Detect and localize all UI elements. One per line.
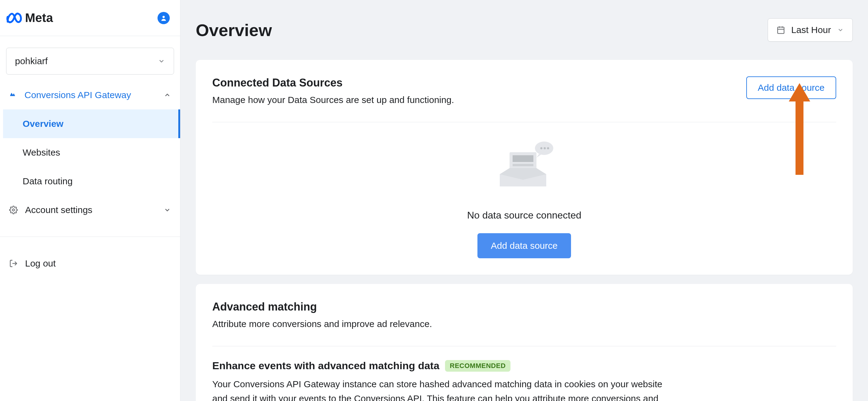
- account-selected: pohkiarf: [15, 56, 48, 66]
- nav-group-label: Conversions API Gateway: [25, 90, 131, 100]
- chevron-up-icon: [164, 91, 171, 99]
- sidebar-item-data-routing[interactable]: Data routing: [3, 167, 177, 196]
- sidebar-item-websites[interactable]: Websites: [3, 138, 177, 167]
- sidebar-item-label: Websites: [23, 147, 60, 158]
- sidebar-item-overview[interactable]: Overview: [3, 109, 180, 138]
- nav-group-settings: Account settings: [0, 196, 180, 224]
- avatar[interactable]: [157, 12, 170, 24]
- svg-rect-3: [777, 27, 784, 34]
- card-advanced-matching: Advanced matching Attribute more convers…: [196, 284, 853, 401]
- meta-logo-icon: [6, 12, 23, 24]
- svg-point-1: [12, 209, 15, 211]
- enhance-section-title: Enhance events with advanced matching da…: [212, 360, 836, 372]
- chevron-down-icon: [158, 58, 165, 65]
- body-text: Your Conversions API Gateway instance ca…: [212, 379, 662, 401]
- account-selector[interactable]: pohkiarf: [6, 48, 174, 74]
- calendar-icon: [777, 26, 785, 34]
- time-range-label: Last Hour: [791, 25, 831, 35]
- nav-group-header[interactable]: Conversions API Gateway: [3, 81, 177, 109]
- button-label: Add data source: [491, 240, 558, 250]
- brand: Meta: [6, 11, 53, 25]
- nav-group-capi: Conversions API Gateway Overview Website…: [0, 81, 180, 196]
- empty-state: No data source connected Add data source: [212, 122, 836, 258]
- logout-icon: [9, 259, 18, 268]
- svg-rect-14: [513, 164, 533, 166]
- person-icon: [160, 15, 167, 22]
- card-title: Connected Data Sources: [212, 76, 454, 89]
- empty-illustration: [491, 137, 558, 199]
- card-subtitle: Manage how your Data Sources are set up …: [212, 95, 454, 105]
- gateway-icon: [9, 91, 17, 99]
- card-title: Advanced matching: [212, 300, 836, 313]
- sidebar-item-logout[interactable]: Log out: [0, 249, 180, 278]
- empty-state-text: No data source connected: [467, 210, 582, 221]
- section-title-text: Enhance events with advanced matching da…: [212, 360, 439, 372]
- divider: [0, 36, 180, 36]
- sidebar: Meta pohkiarf Conversions API Gateway Ov…: [0, 0, 181, 401]
- card-subtitle: Attribute more conversions and improve a…: [212, 319, 836, 329]
- sidebar-item-label: Account settings: [25, 205, 92, 215]
- chevron-down-icon: [837, 27, 844, 33]
- svg-point-10: [544, 147, 546, 149]
- add-data-source-button-primary[interactable]: Add data source: [477, 233, 571, 258]
- brand-name: Meta: [25, 11, 53, 25]
- sidebar-item-account-settings[interactable]: Account settings: [3, 196, 177, 224]
- gear-icon: [9, 206, 18, 214]
- time-range-picker[interactable]: Last Hour: [768, 18, 853, 41]
- page-header: Overview Last Hour: [196, 18, 853, 41]
- button-label: Add data source: [758, 82, 825, 93]
- add-data-source-button-outline[interactable]: Add data source: [746, 76, 836, 99]
- card-connected-data-sources: Connected Data Sources Manage how your D…: [196, 60, 853, 275]
- svg-point-11: [547, 147, 549, 149]
- sidebar-item-label: Overview: [23, 119, 63, 129]
- sidebar-item-label: Data routing: [23, 176, 72, 186]
- chevron-down-icon: [164, 206, 171, 214]
- sidebar-header: Meta: [0, 0, 180, 36]
- main-content: Overview Last Hour Connected Data Source…: [181, 0, 868, 401]
- enhance-body-text: Your Conversions API Gateway instance ca…: [212, 377, 677, 401]
- svg-point-9: [540, 147, 542, 149]
- svg-point-0: [162, 15, 164, 18]
- recommended-badge: RECOMMENDED: [445, 360, 511, 372]
- page-title: Overview: [196, 20, 272, 40]
- sidebar-item-label: Log out: [25, 258, 56, 269]
- svg-rect-13: [513, 155, 533, 162]
